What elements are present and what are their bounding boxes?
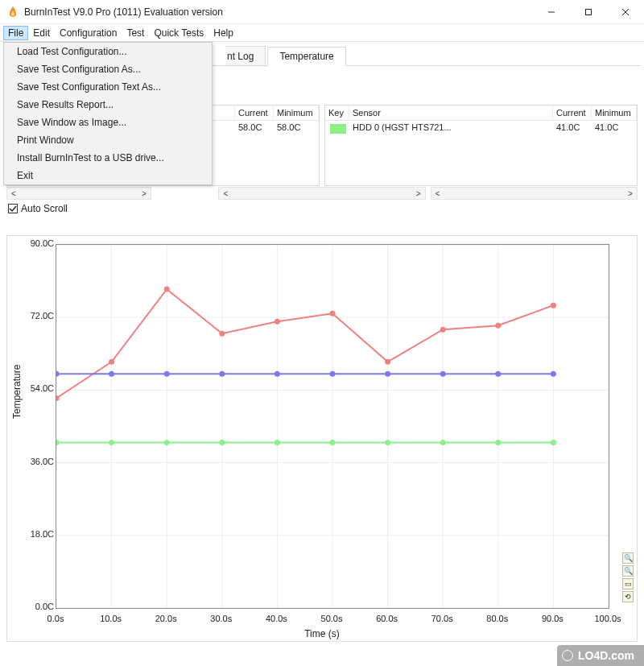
svg-point-30 <box>551 303 556 308</box>
svg-point-43 <box>164 440 170 445</box>
col-header-sensor[interactable]: Sensor <box>349 105 553 120</box>
x-axis-label: Time (s) <box>304 628 340 639</box>
sensor-row-hdd[interactable]: HDD 0 (HGST HTS721... 41.0C 41.0C <box>325 121 637 137</box>
col-header-current[interactable]: Current <box>235 105 274 120</box>
svg-point-34 <box>219 371 225 377</box>
y-tick-label: 72.0C <box>23 311 54 321</box>
menu-bar: File Edit Configuration Test Quick Tests… <box>0 24 644 42</box>
sensor-minimum: 41.0C <box>592 121 637 137</box>
svg-point-23 <box>164 287 170 292</box>
svg-point-31 <box>56 371 60 377</box>
chart-tools: 🔍 🔍 ▭ ⟲ <box>622 552 634 602</box>
menu-test[interactable]: Test <box>122 26 149 40</box>
x-tick-label: 0.0s <box>39 614 72 623</box>
svg-point-36 <box>330 371 336 377</box>
close-button[interactable] <box>607 0 644 23</box>
svg-point-28 <box>440 327 446 333</box>
x-tick-label: 80.0s <box>481 614 514 623</box>
col-header-key[interactable]: Key <box>325 105 349 120</box>
svg-point-41 <box>56 440 60 445</box>
svg-point-33 <box>164 371 170 377</box>
menu-item-save-window-image[interactable]: Save Window as Image... <box>4 114 212 131</box>
menu-item-save-config-text-as[interactable]: Save Test Configuration Text As... <box>4 78 212 96</box>
col-header-current[interactable]: Current <box>553 105 592 120</box>
window-title: BurnInTest V9.0 Pro (1011) Evaluation ve… <box>24 6 533 18</box>
scroll-right-icon[interactable]: > <box>138 189 151 198</box>
svg-point-25 <box>275 319 280 325</box>
x-tick-label: 50.0s <box>316 614 348 623</box>
y-tick-label: 18.0C <box>23 529 54 539</box>
svg-point-22 <box>109 359 114 365</box>
hscroll-left-table[interactable]: <> <box>6 187 151 200</box>
tab-event-log[interactable]: nt Log <box>225 46 266 65</box>
zoom-box-icon[interactable]: ▭ <box>622 578 634 589</box>
zoom-reset-icon[interactable]: ⟲ <box>622 591 634 602</box>
title-bar: BurnInTest V9.0 Pro (1011) Evaluation ve… <box>0 0 644 24</box>
menu-item-install-usb[interactable]: Install BurnInTest to a USB drive... <box>4 149 212 167</box>
svg-line-2 <box>622 9 629 15</box>
y-axis-label: Temperature <box>11 364 23 418</box>
menu-item-load-config[interactable]: Load Test Configuration... <box>4 43 212 60</box>
plot-area[interactable] <box>56 244 609 609</box>
x-tick-label: 30.0s <box>205 614 237 623</box>
svg-point-27 <box>385 359 390 365</box>
col-header-minimum[interactable]: Minimum <box>592 105 637 120</box>
menu-item-save-results-report[interactable]: Save Results Report... <box>4 96 212 114</box>
svg-point-26 <box>330 311 336 316</box>
scroll-left-icon[interactable]: < <box>219 189 232 198</box>
x-tick-label: 60.0s <box>371 614 403 623</box>
globe-icon <box>562 650 573 661</box>
col-header-minimum[interactable]: Minimum <box>274 105 319 120</box>
x-tick-label: 90.0s <box>536 614 568 623</box>
watermark: LO4D.com <box>557 645 644 666</box>
sensor-scrollbars: <> <> <> <box>6 186 638 200</box>
y-tick-label: 0.0C <box>23 602 54 611</box>
svg-point-42 <box>109 440 114 445</box>
scroll-right-icon[interactable]: > <box>412 189 425 198</box>
sensor-current: 41.0C <box>553 121 592 137</box>
menu-item-print-window[interactable]: Print Window <box>4 131 212 149</box>
svg-point-29 <box>495 323 501 329</box>
hscroll-mid-table[interactable]: <> <box>218 187 425 200</box>
hscroll-right-table[interactable]: <> <box>431 187 638 200</box>
menu-edit[interactable]: Edit <box>28 26 55 40</box>
svg-point-37 <box>385 371 390 377</box>
zoom-out-icon[interactable]: 🔍 <box>622 565 634 577</box>
maximize-button[interactable] <box>570 0 607 23</box>
menu-file[interactable]: File <box>3 26 28 40</box>
scroll-left-icon[interactable]: < <box>7 189 20 198</box>
temperature-chart: Temperature Time (s) 0.0C18.0C36.0C54.0C… <box>6 235 638 642</box>
svg-point-35 <box>275 371 280 377</box>
menu-item-save-config-as[interactable]: Save Test Configuration As... <box>4 60 212 78</box>
scroll-right-icon[interactable]: > <box>624 189 637 198</box>
x-tick-label: 20.0s <box>150 614 182 623</box>
svg-point-45 <box>275 440 280 445</box>
sensor-name: HDD 0 (HGST HTS721... <box>349 121 553 137</box>
app-icon <box>6 6 19 19</box>
tab-temperature[interactable]: Temperature <box>267 47 345 66</box>
minimize-button[interactable] <box>533 0 570 23</box>
checkbox-icon[interactable] <box>8 204 18 213</box>
svg-point-46 <box>330 440 336 445</box>
menu-item-exit[interactable]: Exit <box>4 167 212 184</box>
sensor-table-2: Key Sensor Current Minimum HDD 0 (HGST H… <box>324 105 638 186</box>
svg-point-38 <box>440 371 446 377</box>
zoom-in-icon[interactable]: 🔍 <box>622 552 634 564</box>
svg-rect-1 <box>586 9 592 14</box>
watermark-text: LO4D.com <box>578 649 634 662</box>
x-tick-label: 70.0s <box>426 614 458 623</box>
menu-quick-tests[interactable]: Quick Tests <box>149 26 208 40</box>
menu-configuration[interactable]: Configuration <box>55 26 122 40</box>
menu-help[interactable]: Help <box>208 26 238 40</box>
svg-line-3 <box>622 9 629 15</box>
svg-point-39 <box>495 371 501 377</box>
y-tick-label: 90.0C <box>23 238 54 248</box>
svg-point-48 <box>440 440 446 445</box>
y-tick-label: 54.0C <box>23 383 54 393</box>
svg-point-24 <box>219 331 225 337</box>
y-tick-label: 36.0C <box>23 457 54 466</box>
auto-scroll-toggle[interactable]: Auto Scroll <box>8 203 636 214</box>
auto-scroll-label: Auto Scroll <box>21 203 68 214</box>
sensor-current: 58.0C <box>235 121 274 137</box>
scroll-left-icon[interactable]: < <box>431 189 444 198</box>
